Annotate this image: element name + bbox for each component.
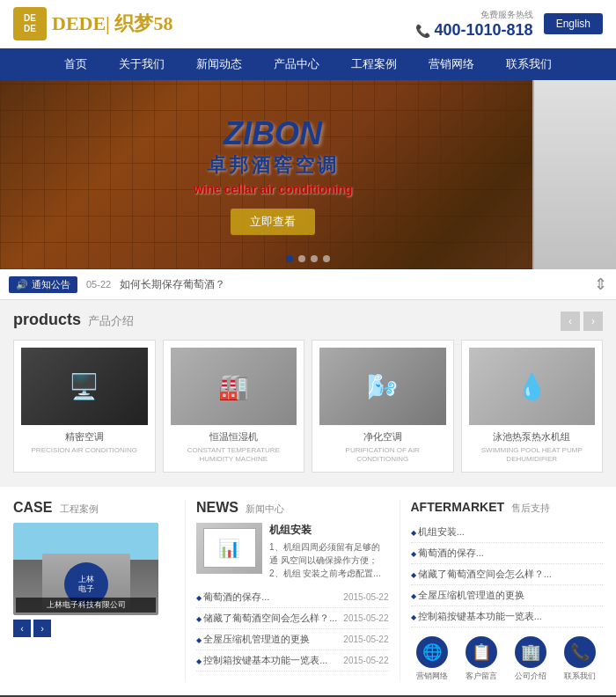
aftermarket-column: AFTERMARKET 售后支持 ◆ 机组安装... ◆ 葡萄酒的保存... ◆… xyxy=(400,500,604,682)
nav-item-products[interactable]: 产品中心 xyxy=(258,48,335,80)
aftermarket-title-cn: 售后支持 xyxy=(511,503,550,513)
product-card-2[interactable]: 🏭 恒温恒湿机 CONSTANT TEMPERATURE HUMIDITY MA… xyxy=(163,340,305,473)
header-right: 免费服务热线 📞 400-1010-818 English xyxy=(415,9,603,40)
hero-cta-button[interactable]: 立即查看 xyxy=(231,209,315,235)
news-item-date-1: 2015-05-22 xyxy=(343,613,388,623)
product-name-en-3: PURIFICATION OF AIR CONDITIONING xyxy=(319,446,446,465)
hero-dot-4[interactable] xyxy=(323,255,330,262)
product-name-en-1: PRECISION AIR CONDITIONING xyxy=(21,446,148,455)
product-name-cn-4: 泳池热泵热水机组 xyxy=(469,430,596,444)
news-item-text-2: ◆ 全屋压缩机管理道的更换 xyxy=(196,633,310,646)
case-prev-button[interactable]: ‹ xyxy=(13,620,31,637)
logo-text: DEDE| 织梦58 xyxy=(52,11,172,37)
nav-item-contact[interactable]: 联系我们 xyxy=(490,48,568,80)
aftermarket-link-3[interactable]: ◆ 全屋压缩机管理道的更换 xyxy=(411,585,604,606)
nav-item-about[interactable]: 关于我们 xyxy=(103,48,180,80)
hotline-label: 免费服务热线 xyxy=(415,9,533,21)
news-list: ◆ 葡萄酒的保存... 2015-05-22 ◆ 储藏了葡萄酒空间会怎么样？..… xyxy=(196,587,389,671)
products-header: products 产品介绍 ‹ › xyxy=(13,311,603,331)
product-card-3[interactable]: 🌬️ 净化空调 PURIFICATION OF AIR CONDITIONING xyxy=(312,340,454,473)
case-image[interactable]: 上林电子 上林电子科技有限公司 xyxy=(13,523,158,615)
hero-dot-2[interactable] xyxy=(298,255,305,262)
hotline-number: 📞 400-1010-818 xyxy=(415,21,533,40)
phone-icon: 📞 xyxy=(415,24,430,38)
aftermarket-icon-0[interactable]: 🌐 营销网络 xyxy=(411,636,453,682)
notice-bar: 🔊 通知公告 05-22 如何长期保存葡萄酒？ ⇕ xyxy=(0,269,616,300)
products-prev-button[interactable]: ‹ xyxy=(561,312,580,331)
aftermarket-icon-3[interactable]: 📞 联系我们 xyxy=(559,636,601,682)
news-item-1[interactable]: ◆ 储藏了葡萄酒空间会怎么样？... 2015-05-22 xyxy=(196,608,389,629)
hero-banner: ZIBON 卓邦酒窖空调 wine cellar air conditionin… xyxy=(0,80,616,269)
nav-item-cases[interactable]: 工程案例 xyxy=(335,48,413,80)
logo: DEDE DEDE| 织梦58 xyxy=(13,7,172,40)
news-featured-img: 📊 xyxy=(196,523,262,574)
product-name-en-4: SWIMMING POOL HEAT PUMP DEHUMIDIFIER xyxy=(469,446,596,465)
notice-date: 05-22 xyxy=(86,279,111,290)
notice-text[interactable]: 如何长期保存葡萄酒？ xyxy=(120,277,225,292)
news-item-date-0: 2015-05-22 xyxy=(343,592,388,602)
hero-dot-3[interactable] xyxy=(311,255,318,262)
product-img-2: 🏭 xyxy=(171,348,297,425)
company-icon: 🏢 xyxy=(515,636,546,668)
nav-item-network[interactable]: 营销网络 xyxy=(413,48,490,80)
news-title-en: NEWS xyxy=(196,500,238,515)
notice-tag: 🔊 通知公告 xyxy=(9,276,77,293)
case-next-button[interactable]: › xyxy=(33,620,51,637)
hero-subtitle: wine cellar air conditioning xyxy=(194,182,352,196)
products-grid: 🖥️ 精密空调 PRECISION AIR CONDITIONING 🏭 恒温恒… xyxy=(13,340,603,473)
news-bullet-0: ◆ xyxy=(196,594,203,602)
product-card-4[interactable]: 💧 泳池热泵热水机组 SWIMMING POOL HEAT PUMP DEHUM… xyxy=(461,340,604,473)
three-columns: CASE 工程案例 上林电子 上林电子科技有限公司 ‹ › NEWS 新闻中心 … xyxy=(0,486,616,695)
aftermarket-link-0[interactable]: ◆ 机组安装... xyxy=(411,522,604,543)
product-img-4: 💧 xyxy=(469,348,596,425)
news-bullet-1: ◆ xyxy=(196,615,203,623)
news-img-diagram: 📊 xyxy=(203,528,256,568)
lang-button[interactable]: English xyxy=(544,13,603,34)
aftermarket-icon-1[interactable]: 📋 客户留言 xyxy=(460,636,502,682)
product-name-cn-2: 恒温恒湿机 xyxy=(171,430,297,444)
product-img-3: 🌬️ xyxy=(319,348,446,425)
news-bullet-2: ◆ xyxy=(196,636,203,644)
aftermarket-title-en: AFTERMARKET xyxy=(411,500,505,514)
main-nav: 首页 关于我们 新闻动态 产品中心 工程案例 营销网络 联系我们 xyxy=(0,48,616,80)
message-icon: 📋 xyxy=(466,636,497,668)
news-title: NEWS 新闻中心 xyxy=(196,500,389,516)
ac-unit-right xyxy=(532,80,616,269)
hero-brand: ZIBON xyxy=(194,115,352,152)
news-item-text-0: ◆ 葡萄酒的保存... xyxy=(196,591,269,604)
aftermarket-link-2[interactable]: ◆ 储藏了葡萄酒空间会怎么样？... xyxy=(411,564,604,585)
news-item-2[interactable]: ◆ 全屋压缩机管理道的更换 2015-05-22 xyxy=(196,629,389,650)
notice-arrow[interactable]: ⇕ xyxy=(594,275,607,294)
aftermarket-links: ◆ 机组安装... ◆ 葡萄酒的保存... ◆ 储藏了葡萄酒空间会怎么样？...… xyxy=(411,522,604,627)
aftermarket-title: AFTERMARKET 售后支持 xyxy=(411,500,604,515)
products-title-group: products 产品介绍 xyxy=(13,311,134,329)
news-item-3[interactable]: ◆ 控制箱按键基本功能一览表... 2015-05-22 xyxy=(196,650,389,671)
case-title-en: CASE xyxy=(13,500,52,515)
news-title-cn: 新闻中心 xyxy=(246,503,284,514)
news-featured-text: 1、机组四周必须留有足够的通 风空间以确保操作方便；2、机组 安装之前考虑配置.… xyxy=(269,540,389,580)
news-featured: 📊 机组安装 1、机组四周必须留有足够的通 风空间以确保操作方便；2、机组 安装… xyxy=(196,523,389,580)
aftermarket-icons-row: 🌐 营销网络 📋 客户留言 🏢 公司介绍 📞 联系我们 xyxy=(411,636,604,682)
nav-item-home[interactable]: 首页 xyxy=(48,48,103,80)
hotline: 免费服务热线 📞 400-1010-818 xyxy=(415,9,533,40)
case-title: CASE 工程案例 xyxy=(13,500,174,516)
hero-dot-1[interactable] xyxy=(286,255,293,262)
aftermarket-icon-2[interactable]: 🏢 公司介绍 xyxy=(510,636,552,682)
logo-icon: DEDE xyxy=(13,7,47,40)
hero-dots xyxy=(286,255,330,262)
products-title-en: products xyxy=(13,311,81,329)
product-name-cn-3: 净化空调 xyxy=(319,430,446,444)
aftermarket-link-1[interactable]: ◆ 葡萄酒的保存... xyxy=(411,543,604,564)
news-item-0[interactable]: ◆ 葡萄酒的保存... 2015-05-22 xyxy=(196,587,389,608)
products-next-button[interactable]: › xyxy=(583,312,603,331)
aftermarket-link-4[interactable]: ◆ 控制箱按键基本功能一览表... xyxy=(411,606,604,627)
hero-content: ZIBON 卓邦酒窖空调 wine cellar air conditionin… xyxy=(194,115,352,235)
phone-contact-icon: 📞 xyxy=(564,636,596,668)
nav-item-news[interactable]: 新闻动态 xyxy=(180,48,258,80)
network-icon: 🌐 xyxy=(416,636,448,668)
news-item-text-1: ◆ 储藏了葡萄酒空间会怎么样？... xyxy=(196,612,337,625)
products-nav-arrows: ‹ › xyxy=(561,312,603,331)
product-card-1[interactable]: 🖥️ 精密空调 PRECISION AIR CONDITIONING xyxy=(13,340,156,473)
case-nav-buttons: ‹ › xyxy=(13,620,174,637)
news-item-date-3: 2015-05-22 xyxy=(343,656,388,665)
